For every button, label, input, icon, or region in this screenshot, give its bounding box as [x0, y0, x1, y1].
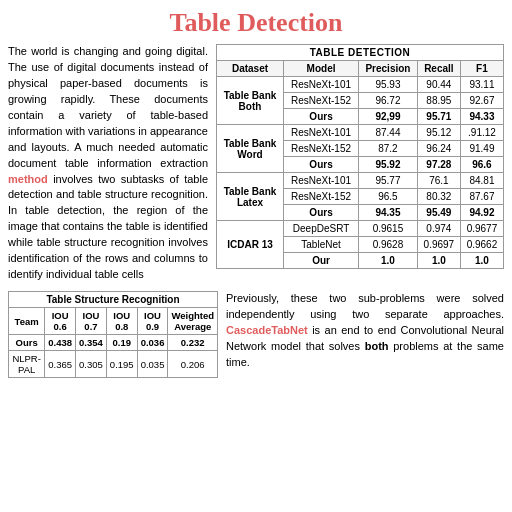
table-row: Table BankLatex ResNeXt-10195.7776.184.8…: [217, 173, 504, 189]
col-header-dataset: Dataset: [217, 61, 284, 77]
table-row: Table BankBoth ResNeXt-10195.9390.4493.1…: [217, 77, 504, 93]
col-header-f1: F1: [460, 61, 503, 77]
left-column: The world is changing and going digital.…: [8, 44, 208, 283]
col-header-model: Model: [284, 61, 359, 77]
table-row: Table BankWord ResNeXt-10187.4495.12.91.…: [217, 125, 504, 141]
bottom-paragraph: Previously, these two sub-problems were …: [226, 291, 504, 378]
table-row: Ours 0.438 0.354 0.19 0.036 0.232: [9, 335, 218, 351]
table-row: NLPR-PAL 0.365 0.305 0.195 0.035 0.206: [9, 351, 218, 378]
table-row: ICDAR 13 DeepDeSRT0.96150.9740.9677: [217, 221, 504, 237]
page-title: Table Detection: [8, 8, 504, 38]
detection-table-title: TABLE DETECTION: [217, 45, 504, 61]
structure-table-title: Table Structure Recognition: [9, 292, 218, 308]
structure-table: Table Structure Recognition Team IOU0.6 …: [8, 291, 218, 378]
detection-table: TABLE DETECTION Dataset Model Precision …: [216, 44, 504, 269]
col-header-precision: Precision: [359, 61, 418, 77]
right-column: TABLE DETECTION Dataset Model Precision …: [216, 44, 504, 283]
col-header-recall: Recall: [417, 61, 460, 77]
left-paragraph: The world is changing and going digital.…: [8, 44, 208, 283]
structure-recognition-section: Table Structure Recognition Team IOU0.6 …: [8, 291, 218, 378]
structure-table-header: Team IOU0.6 IOU0.7 IOU0.8 IOU0.9 Weighte…: [9, 308, 218, 335]
